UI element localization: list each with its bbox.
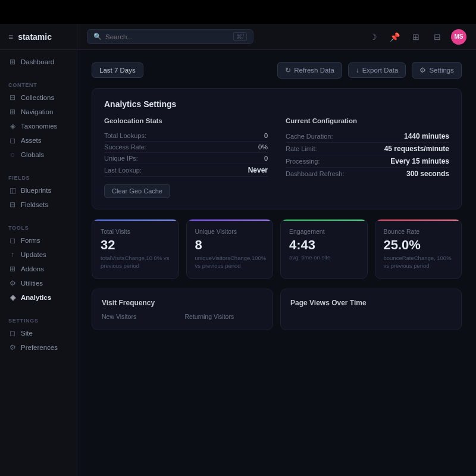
sidebar-item-analytics[interactable]: ◈ Analytics bbox=[0, 290, 77, 305]
engagement-desc: avg. time on site bbox=[289, 254, 359, 261]
sidebar-item-fieldsets[interactable]: ⊟ Fieldsets bbox=[0, 198, 77, 212]
stat-card-bounce-rate: Bounce Rate 25.0% bounceRateChange, 100%… bbox=[375, 219, 462, 279]
sidebar-item-updates[interactable]: ↑ Updates bbox=[0, 248, 77, 262]
menu-icon[interactable]: ≡ bbox=[8, 32, 13, 42]
page-views-title: Page Views Over Time bbox=[290, 299, 452, 307]
search-input[interactable] bbox=[105, 33, 230, 40]
sidebar-label-site: Site bbox=[21, 330, 33, 337]
sidebar-label-addons: Addons bbox=[21, 265, 44, 273]
bounce-rate-label: Bounce Rate bbox=[384, 228, 453, 235]
config-row-1: Rate Limit: 45 requests/minute bbox=[286, 143, 449, 155]
sidebar-item-dashboard[interactable]: ⊞ Dashboard bbox=[0, 55, 77, 69]
sidebar-label-navigation: Navigation bbox=[21, 108, 53, 115]
sidebar-item-site[interactable]: ◻ Site bbox=[0, 326, 77, 340]
stat-card-unique-visitors: Unique Visitors 8 uniqueVisitorsChange,1… bbox=[186, 219, 274, 279]
refresh-data-button[interactable]: ↻ Refresh Data bbox=[277, 62, 342, 79]
sidebar-item-taxonomies[interactable]: ◈ Taxonomies bbox=[0, 119, 77, 133]
unique-visitors-value: 8 bbox=[195, 239, 265, 252]
moon-icon-btn[interactable]: ☽ bbox=[365, 29, 381, 45]
geo-value-2: 0 bbox=[264, 155, 268, 162]
sidebar-item-preferences[interactable]: ⚙ Preferences bbox=[0, 340, 77, 355]
page-views-card: Page Views Over Time bbox=[280, 289, 462, 330]
geo-label-2: Unique IPs: bbox=[104, 155, 138, 162]
sidebar-section-dashboard: ⊞ Dashboard bbox=[0, 50, 77, 74]
sidebar-label-blueprints: Blueprints bbox=[21, 187, 51, 194]
site-icon: ◻ bbox=[8, 329, 17, 337]
config-value-3: 300 seconds bbox=[406, 170, 449, 178]
analytics-icon: ◈ bbox=[8, 293, 17, 302]
geo-row-2: Unique IPs: 0 bbox=[104, 153, 268, 164]
sidebar-item-addons[interactable]: ⊞ Addons bbox=[0, 262, 77, 276]
pin-icon-btn[interactable]: 📌 bbox=[387, 29, 402, 45]
sidebar-logo: ≡ statamic bbox=[0, 24, 77, 50]
geo-value-3: Never bbox=[248, 166, 268, 174]
top-bar bbox=[0, 0, 476, 24]
globals-icon: ○ bbox=[8, 151, 17, 159]
clear-geo-cache-button[interactable]: Clear Geo Cache bbox=[104, 184, 170, 198]
sidebar-item-navigation[interactable]: ⊞ Navigation bbox=[0, 105, 77, 119]
export-icon: ↓ bbox=[356, 67, 359, 74]
visit-frequency-title: Visit Frequency bbox=[102, 299, 263, 307]
sidebar-section-content: CONTENT ⊟ Collections ⊞ Navigation ◈ Tax… bbox=[0, 74, 77, 167]
layout-icon-btn[interactable]: ⊟ bbox=[430, 29, 445, 45]
returning-visitors-label: Returning Visitors bbox=[185, 313, 264, 320]
settings-grid: Geolocation Stats Total Lookups: 0 Succe… bbox=[104, 117, 449, 198]
unique-visitors-sub: uniqueVisitorsChange,100% vs previous pe… bbox=[195, 254, 265, 270]
unique-visitors-label: Unique Visitors bbox=[195, 228, 265, 235]
content-area: Last 7 Days ↻ Refresh Data ↓ Export Data… bbox=[77, 50, 476, 476]
sidebar-item-blueprints[interactable]: ◫ Blueprints bbox=[0, 183, 77, 198]
app-shell: ≡ statamic ⊞ Dashboard CONTENT ⊟ Collect… bbox=[0, 24, 476, 476]
sidebar-label-collections: Collections bbox=[21, 94, 54, 101]
bounce-rate-value: 25.0% bbox=[384, 239, 453, 252]
header-actions: ☽ 📌 ⊞ ⊟ MS bbox=[365, 29, 466, 45]
stat-card-total-visits: Total Visits 32 totalVisitsChange,10 0% … bbox=[92, 219, 179, 279]
grid-icon-btn[interactable]: ⊞ bbox=[408, 29, 424, 45]
bottom-cards: Visit Frequency New Visitors Returning V… bbox=[92, 289, 462, 330]
avatar[interactable]: MS bbox=[451, 29, 466, 45]
bounce-rate-sub: bounceRateChange, 100% vs previous perio… bbox=[384, 254, 453, 270]
assets-icon: ◻ bbox=[8, 136, 17, 145]
geo-value-1: 0% bbox=[258, 143, 268, 151]
preferences-icon: ⚙ bbox=[8, 343, 17, 352]
sidebar-section-settings: SETTINGS ◻ Site ⚙ Preferences bbox=[0, 309, 77, 359]
config-value-0: 1440 minutes bbox=[404, 132, 449, 140]
config-row-2: Processing: Every 15 minutes bbox=[286, 155, 449, 168]
stat-cards: Total Visits 32 totalVisitsChange,10 0% … bbox=[92, 219, 462, 279]
new-visitors-label: New Visitors bbox=[102, 313, 180, 320]
export-data-button[interactable]: ↓ Export Data bbox=[348, 62, 406, 78]
navigation-icon: ⊞ bbox=[8, 108, 17, 116]
search-bar[interactable]: 🔍 ⌘/ bbox=[87, 29, 253, 44]
geo-label-0: Total Lookups: bbox=[104, 132, 146, 139]
config-row-0: Cache Duration: 1440 minutes bbox=[286, 130, 449, 143]
geo-stats-title: Geolocation Stats bbox=[104, 117, 268, 124]
sidebar-section-fields: FIELDS ◫ Blueprints ⊟ Fieldsets bbox=[0, 167, 77, 217]
sidebar-item-forms[interactable]: ◻ Forms bbox=[0, 233, 77, 248]
settings-icon: ⚙ bbox=[419, 66, 426, 74]
sidebar-item-assets[interactable]: ◻ Assets bbox=[0, 133, 77, 148]
total-visits-sub: totalVisitsChange,10 0% vs previous peri… bbox=[101, 254, 170, 270]
updates-icon: ↑ bbox=[8, 250, 17, 259]
tools-section-label: TOOLS bbox=[0, 221, 77, 233]
config-label-3: Dashboard Refresh: bbox=[286, 170, 344, 177]
forms-icon: ◻ bbox=[8, 236, 17, 245]
geo-stats-col: Geolocation Stats Total Lookups: 0 Succe… bbox=[104, 117, 268, 198]
taxonomies-icon: ◈ bbox=[8, 122, 17, 130]
sidebar-label-utilities: Utilities bbox=[21, 280, 43, 287]
total-visits-value: 32 bbox=[101, 239, 170, 252]
engagement-value: 4:43 bbox=[289, 239, 359, 252]
sidebar-item-collections[interactable]: ⊟ Collections bbox=[0, 90, 77, 105]
settings-button[interactable]: ⚙ Settings bbox=[412, 62, 462, 79]
geo-value-0: 0 bbox=[264, 132, 268, 139]
settings-section-label: SETTINGS bbox=[0, 314, 77, 326]
geo-row-1: Success Rate: 0% bbox=[104, 142, 268, 153]
addons-icon: ⊞ bbox=[8, 265, 17, 273]
visit-frequency-card: Visit Frequency New Visitors Returning V… bbox=[92, 289, 273, 330]
sidebar: ≡ statamic ⊞ Dashboard CONTENT ⊟ Collect… bbox=[0, 24, 77, 476]
sidebar-label-assets: Assets bbox=[21, 137, 42, 144]
sidebar-item-utilities[interactable]: ⚙ Utilities bbox=[0, 276, 77, 290]
app-name: statamic bbox=[18, 32, 52, 42]
sidebar-item-globals[interactable]: ○ Globals bbox=[0, 148, 77, 162]
date-range-button[interactable]: Last 7 Days bbox=[92, 62, 143, 78]
config-label-2: Processing: bbox=[286, 158, 320, 165]
config-title: Current Configuration bbox=[286, 117, 449, 124]
